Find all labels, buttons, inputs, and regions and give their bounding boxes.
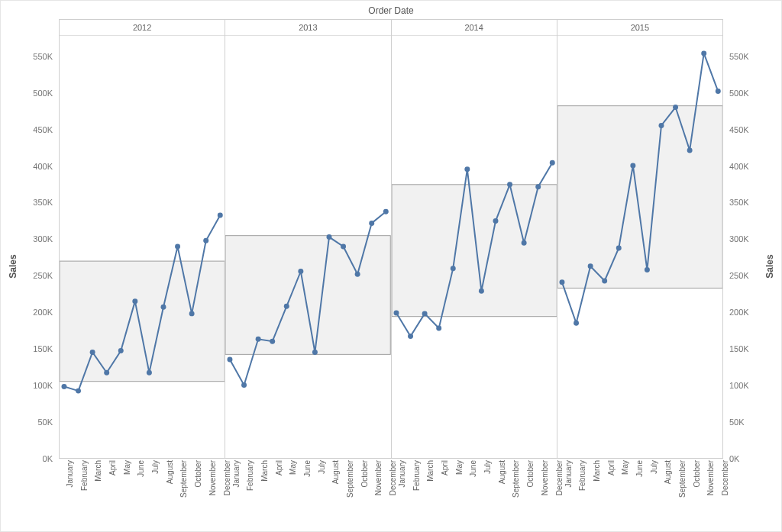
data-point: [658, 123, 664, 128]
data-point: [535, 184, 541, 189]
facet-plot: [225, 35, 390, 458]
y-tick-label: 400K: [725, 162, 781, 171]
x-tick-label: April: [108, 460, 117, 521]
x-tick-label: September: [346, 460, 354, 521]
y-tick-label: 500K: [725, 89, 781, 98]
chart-title: Order Date: [1, 5, 781, 16]
x-tick-label: August: [166, 460, 174, 521]
y-tick-label: 350K: [1, 198, 57, 207]
data-point: [104, 370, 109, 376]
x-tick-label: May: [289, 460, 297, 521]
x-tick-label: September: [512, 460, 520, 521]
x-tick-label: August: [331, 460, 340, 521]
y-tick-label: 0K: [725, 454, 781, 463]
y-tick-label: 200K: [1, 308, 57, 317]
x-tick-label: May: [621, 460, 629, 521]
y-tick-label: 300K: [725, 234, 781, 243]
x-tick-label: November: [541, 460, 549, 521]
x-tick-label: June: [137, 460, 145, 521]
x-tick-label: July: [318, 460, 326, 521]
data-point: [383, 209, 389, 214]
x-tick-label: October: [360, 460, 369, 521]
x-tick-label: May: [123, 460, 131, 521]
x-tick-label: February: [246, 460, 254, 521]
data-point: [687, 147, 692, 153]
chart-container: Order Date Sales Sales 0K50K100K150K200K…: [0, 0, 782, 532]
facet-plot: [60, 35, 225, 458]
x-tick-label: November: [706, 460, 715, 521]
y-tick-label: 550K: [725, 52, 781, 61]
data-point: [132, 298, 137, 304]
data-point: [369, 221, 374, 226]
y-tick-label: 300K: [1, 234, 57, 243]
data-point: [393, 310, 399, 315]
x-tick-label: June: [303, 460, 312, 521]
facet-header: 2012: [60, 20, 225, 36]
y-tick-label: 150K: [1, 344, 57, 353]
data-point: [408, 334, 413, 339]
data-point: [327, 234, 332, 240]
data-point: [175, 244, 180, 250]
data-point: [464, 166, 470, 172]
y-tick-label: 450K: [1, 125, 57, 134]
data-point: [147, 370, 152, 376]
data-point: [673, 105, 678, 110]
data-point: [521, 240, 526, 246]
data-point: [701, 50, 706, 56]
x-tick-label: October: [526, 460, 535, 521]
facet-panel: 2015: [557, 19, 723, 459]
y-tick-label: 550K: [1, 52, 57, 61]
data-point: [203, 238, 208, 243]
data-point: [270, 339, 275, 344]
y-tick-label: 500K: [1, 89, 57, 98]
reference-band: [557, 106, 722, 289]
y-tick-label: 250K: [1, 271, 57, 280]
facet-panel: 2012: [59, 19, 225, 459]
x-tick-label: December: [223, 460, 231, 521]
y-tick-label: 200K: [725, 308, 781, 317]
data-point: [341, 244, 346, 250]
y-tick-label: 100K: [725, 381, 781, 390]
x-tick-label: July: [151, 460, 160, 521]
facet-panels: 2012201320142015: [59, 19, 723, 459]
data-point: [574, 321, 579, 326]
data-point: [616, 245, 622, 250]
data-point: [90, 350, 95, 355]
x-tick-label: September: [678, 460, 687, 521]
x-tick-label: May: [455, 460, 464, 521]
data-point: [422, 311, 427, 316]
y-tick-label: 50K: [725, 418, 781, 427]
reference-band: [225, 236, 390, 355]
x-tick-label: August: [664, 460, 672, 521]
x-tick-label: January: [398, 460, 406, 521]
data-point: [602, 278, 607, 283]
data-point: [450, 266, 455, 271]
y-tick-label: 100K: [1, 381, 57, 390]
data-point: [76, 389, 81, 394]
x-tick-label: January: [564, 460, 573, 521]
y-tick-label: 0K: [1, 454, 57, 463]
data-point: [189, 311, 195, 316]
x-tick-label: March: [426, 460, 435, 521]
y-tick-label: 400K: [1, 162, 57, 171]
data-point: [478, 289, 483, 294]
data-point: [312, 350, 318, 355]
reference-band: [392, 185, 557, 317]
y-axis-ticks-right: 0K50K100K150K200K250K300K350K400K450K500…: [725, 34, 781, 459]
x-tick-label: February: [80, 460, 89, 521]
data-point: [118, 348, 124, 353]
x-tick-label: August: [498, 460, 506, 521]
facet-panel: 2014: [391, 19, 557, 459]
x-tick-label: January: [66, 460, 74, 521]
x-tick-label: April: [441, 460, 449, 521]
x-tick-label: July: [650, 460, 658, 521]
x-tick-label: October: [693, 460, 701, 521]
data-point: [436, 325, 441, 330]
y-tick-label: 450K: [725, 125, 781, 134]
x-tick-label: December: [555, 460, 564, 521]
facet-panel: 2013: [225, 19, 390, 459]
x-tick-label: April: [607, 460, 616, 521]
x-tick-label: July: [483, 460, 492, 521]
data-point: [161, 305, 166, 310]
facet-header: 2014: [392, 20, 557, 36]
